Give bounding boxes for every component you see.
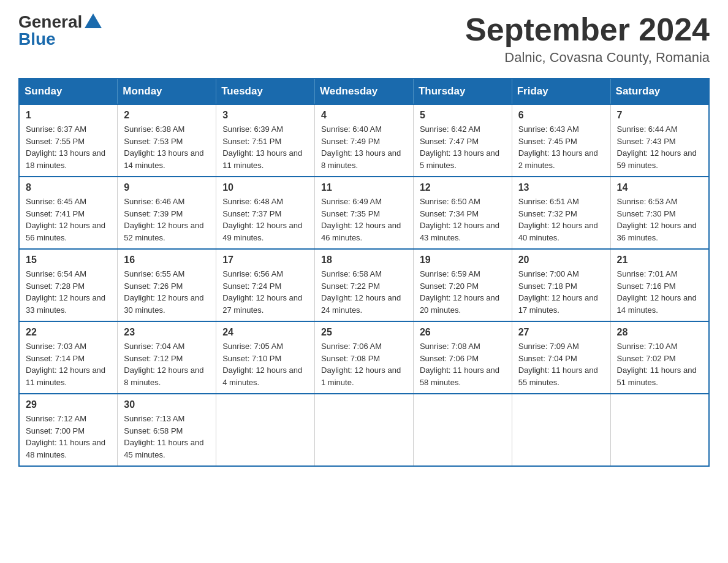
day-sun-info: Sunrise: 6:49 AMSunset: 7:35 PMDaylight:… bbox=[321, 196, 407, 243]
day-number: 20 bbox=[518, 255, 604, 266]
calendar-cell: 21Sunrise: 7:01 AMSunset: 7:16 PMDayligh… bbox=[610, 249, 709, 321]
day-number: 22 bbox=[26, 327, 111, 338]
day-number: 4 bbox=[321, 110, 407, 121]
day-sun-info: Sunrise: 6:53 AMSunset: 7:30 PMDaylight:… bbox=[617, 196, 702, 243]
day-sun-info: Sunrise: 7:01 AMSunset: 7:16 PMDaylight:… bbox=[617, 268, 702, 316]
calendar-body: 1Sunrise: 6:37 AMSunset: 7:55 PMDaylight… bbox=[19, 104, 709, 466]
day-sun-info: Sunrise: 7:04 AMSunset: 7:12 PMDaylight:… bbox=[124, 340, 210, 388]
calendar-cell: 1Sunrise: 6:37 AMSunset: 7:55 PMDaylight… bbox=[19, 104, 118, 177]
day-sun-info: Sunrise: 6:56 AMSunset: 7:24 PMDaylight:… bbox=[222, 268, 308, 316]
calendar-week-row: 8Sunrise: 6:45 AMSunset: 7:41 PMDaylight… bbox=[19, 177, 709, 249]
calendar-cell: 2Sunrise: 6:38 AMSunset: 7:53 PMDaylight… bbox=[118, 104, 216, 177]
logo: General Blue bbox=[18, 12, 102, 49]
weekday-header-monday: Monday bbox=[118, 79, 216, 104]
day-sun-info: Sunrise: 6:59 AMSunset: 7:20 PMDaylight:… bbox=[420, 268, 506, 316]
day-number: 14 bbox=[617, 182, 702, 193]
calendar-cell: 5Sunrise: 6:42 AMSunset: 7:47 PMDaylight… bbox=[413, 104, 512, 177]
calendar-cell: 13Sunrise: 6:51 AMSunset: 7:32 PMDayligh… bbox=[512, 177, 610, 249]
day-sun-info: Sunrise: 7:08 AMSunset: 7:06 PMDaylight:… bbox=[420, 340, 506, 388]
day-number: 23 bbox=[124, 327, 210, 338]
title-area: September 2024 Dalnic, Covasna County, R… bbox=[465, 12, 710, 66]
calendar-week-row: 22Sunrise: 7:03 AMSunset: 7:14 PMDayligh… bbox=[19, 321, 709, 394]
calendar-cell: 30Sunrise: 7:13 AMSunset: 6:58 PMDayligh… bbox=[118, 394, 216, 466]
weekday-header-row: SundayMondayTuesdayWednesdayThursdayFrid… bbox=[19, 79, 709, 104]
calendar-cell: 18Sunrise: 6:58 AMSunset: 7:22 PMDayligh… bbox=[315, 249, 414, 321]
day-number: 18 bbox=[321, 255, 407, 266]
day-number: 2 bbox=[124, 110, 210, 121]
day-sun-info: Sunrise: 6:50 AMSunset: 7:34 PMDaylight:… bbox=[420, 196, 506, 243]
day-sun-info: Sunrise: 6:58 AMSunset: 7:22 PMDaylight:… bbox=[321, 268, 407, 316]
day-number: 9 bbox=[124, 182, 210, 193]
calendar-cell bbox=[512, 394, 610, 466]
day-sun-info: Sunrise: 7:09 AMSunset: 7:04 PMDaylight:… bbox=[518, 340, 604, 388]
day-sun-info: Sunrise: 7:05 AMSunset: 7:10 PMDaylight:… bbox=[222, 340, 308, 388]
calendar-cell: 4Sunrise: 6:40 AMSunset: 7:49 PMDaylight… bbox=[315, 104, 414, 177]
day-number: 1 bbox=[26, 110, 111, 121]
calendar-cell bbox=[610, 394, 709, 466]
calendar-cell: 28Sunrise: 7:10 AMSunset: 7:02 PMDayligh… bbox=[610, 321, 709, 394]
calendar-week-row: 29Sunrise: 7:12 AMSunset: 7:00 PMDayligh… bbox=[19, 394, 709, 466]
calendar-table: SundayMondayTuesdayWednesdayThursdayFrid… bbox=[18, 78, 710, 467]
day-number: 7 bbox=[617, 110, 702, 121]
day-number: 3 bbox=[222, 110, 308, 121]
weekday-header-tuesday: Tuesday bbox=[216, 79, 315, 104]
day-number: 8 bbox=[26, 182, 111, 193]
day-sun-info: Sunrise: 6:43 AMSunset: 7:45 PMDaylight:… bbox=[518, 123, 604, 171]
weekday-header-sunday: Sunday bbox=[19, 79, 118, 104]
day-number: 15 bbox=[26, 255, 111, 266]
day-sun-info: Sunrise: 6:44 AMSunset: 7:43 PMDaylight:… bbox=[617, 123, 702, 171]
calendar-cell: 22Sunrise: 7:03 AMSunset: 7:14 PMDayligh… bbox=[19, 321, 118, 394]
logo-blue-text: Blue bbox=[18, 29, 56, 49]
day-sun-info: Sunrise: 6:55 AMSunset: 7:26 PMDaylight:… bbox=[124, 268, 210, 316]
calendar-cell: 24Sunrise: 7:05 AMSunset: 7:10 PMDayligh… bbox=[216, 321, 315, 394]
day-sun-info: Sunrise: 6:37 AMSunset: 7:55 PMDaylight:… bbox=[26, 123, 111, 171]
calendar-cell: 12Sunrise: 6:50 AMSunset: 7:34 PMDayligh… bbox=[413, 177, 512, 249]
day-sun-info: Sunrise: 7:10 AMSunset: 7:02 PMDaylight:… bbox=[617, 340, 702, 388]
day-number: 26 bbox=[420, 327, 506, 338]
calendar-cell: 19Sunrise: 6:59 AMSunset: 7:20 PMDayligh… bbox=[413, 249, 512, 321]
day-sun-info: Sunrise: 7:03 AMSunset: 7:14 PMDaylight:… bbox=[26, 340, 111, 388]
day-number: 24 bbox=[222, 327, 308, 338]
calendar-header: SundayMondayTuesdayWednesdayThursdayFrid… bbox=[19, 79, 709, 104]
day-sun-info: Sunrise: 6:39 AMSunset: 7:51 PMDaylight:… bbox=[222, 123, 308, 171]
calendar-cell: 10Sunrise: 6:48 AMSunset: 7:37 PMDayligh… bbox=[216, 177, 315, 249]
calendar-cell bbox=[216, 394, 315, 466]
calendar-week-row: 1Sunrise: 6:37 AMSunset: 7:55 PMDaylight… bbox=[19, 104, 709, 177]
day-sun-info: Sunrise: 7:12 AMSunset: 7:00 PMDaylight:… bbox=[26, 413, 111, 461]
day-sun-info: Sunrise: 6:40 AMSunset: 7:49 PMDaylight:… bbox=[321, 123, 407, 171]
day-sun-info: Sunrise: 6:46 AMSunset: 7:39 PMDaylight:… bbox=[124, 196, 210, 243]
calendar-cell: 11Sunrise: 6:49 AMSunset: 7:35 PMDayligh… bbox=[315, 177, 414, 249]
day-number: 13 bbox=[518, 182, 604, 193]
day-number: 10 bbox=[222, 182, 308, 193]
calendar-cell: 3Sunrise: 6:39 AMSunset: 7:51 PMDaylight… bbox=[216, 104, 315, 177]
day-number: 29 bbox=[26, 399, 111, 410]
day-number: 12 bbox=[420, 182, 506, 193]
day-sun-info: Sunrise: 6:38 AMSunset: 7:53 PMDaylight:… bbox=[124, 123, 210, 171]
calendar-cell: 29Sunrise: 7:12 AMSunset: 7:00 PMDayligh… bbox=[19, 394, 118, 466]
day-sun-info: Sunrise: 7:00 AMSunset: 7:18 PMDaylight:… bbox=[518, 268, 604, 316]
day-sun-info: Sunrise: 6:45 AMSunset: 7:41 PMDaylight:… bbox=[26, 196, 111, 243]
calendar-cell: 26Sunrise: 7:08 AMSunset: 7:06 PMDayligh… bbox=[413, 321, 512, 394]
day-sun-info: Sunrise: 6:51 AMSunset: 7:32 PMDaylight:… bbox=[518, 196, 604, 243]
location-subtitle: Dalnic, Covasna County, Romania bbox=[465, 50, 710, 66]
calendar-cell: 25Sunrise: 7:06 AMSunset: 7:08 PMDayligh… bbox=[315, 321, 414, 394]
day-number: 17 bbox=[222, 255, 308, 266]
weekday-header-saturday: Saturday bbox=[610, 79, 709, 104]
month-title: September 2024 bbox=[465, 12, 710, 47]
day-number: 25 bbox=[321, 327, 407, 338]
calendar-cell: 6Sunrise: 6:43 AMSunset: 7:45 PMDaylight… bbox=[512, 104, 610, 177]
calendar-cell bbox=[413, 394, 512, 466]
logo-triangle-icon bbox=[85, 13, 102, 28]
calendar-week-row: 15Sunrise: 6:54 AMSunset: 7:28 PMDayligh… bbox=[19, 249, 709, 321]
calendar-cell: 17Sunrise: 6:56 AMSunset: 7:24 PMDayligh… bbox=[216, 249, 315, 321]
calendar-cell: 20Sunrise: 7:00 AMSunset: 7:18 PMDayligh… bbox=[512, 249, 610, 321]
day-sun-info: Sunrise: 7:06 AMSunset: 7:08 PMDaylight:… bbox=[321, 340, 407, 388]
calendar-cell: 8Sunrise: 6:45 AMSunset: 7:41 PMDaylight… bbox=[19, 177, 118, 249]
calendar-cell: 15Sunrise: 6:54 AMSunset: 7:28 PMDayligh… bbox=[19, 249, 118, 321]
day-sun-info: Sunrise: 7:13 AMSunset: 6:58 PMDaylight:… bbox=[124, 413, 210, 461]
calendar-cell: 16Sunrise: 6:55 AMSunset: 7:26 PMDayligh… bbox=[118, 249, 216, 321]
day-number: 21 bbox=[617, 255, 702, 266]
day-sun-info: Sunrise: 6:42 AMSunset: 7:47 PMDaylight:… bbox=[420, 123, 506, 171]
day-number: 6 bbox=[518, 110, 604, 121]
weekday-header-thursday: Thursday bbox=[413, 79, 512, 104]
